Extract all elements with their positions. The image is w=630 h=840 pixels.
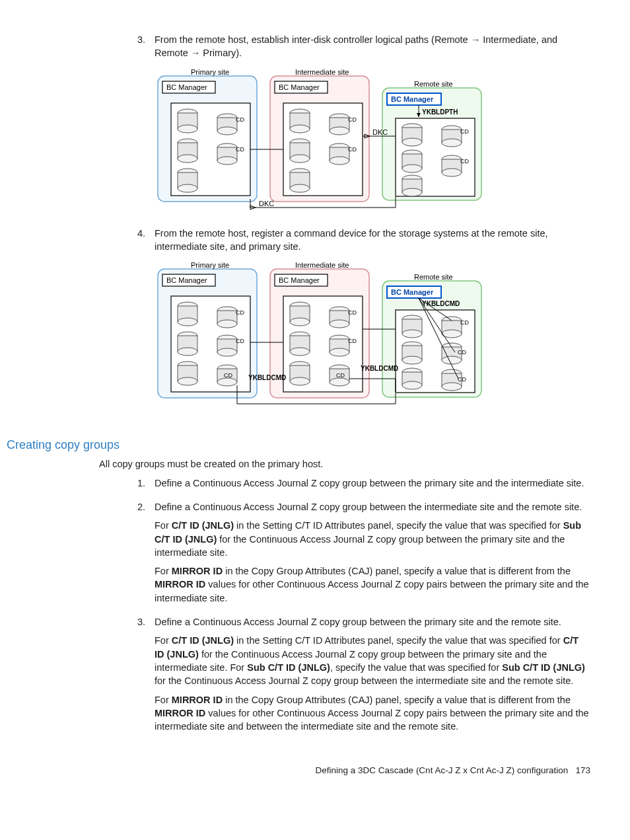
step-paragraph: For C/T ID (JNLG) in the Setting C/T ID … — [155, 519, 590, 559]
svg-text:CD: CD — [236, 338, 244, 344]
step-number: 2. — [125, 500, 155, 610]
svg-point-35 — [290, 125, 310, 133]
step-paragraph: For C/T ID (JNLG) in the Setting C/T ID … — [155, 634, 590, 687]
svg-text:Intermediate site: Intermediate site — [295, 261, 349, 269]
svg-text:CD: CD — [348, 338, 357, 344]
svg-text:CD: CD — [348, 309, 357, 316]
svg-point-48 — [330, 157, 349, 165]
svg-text:CD: CD — [458, 376, 466, 383]
footer-text: Defining a 3DC Cascade (Cnt Ac-J Z x Cnt… — [316, 765, 569, 775]
svg-point-18 — [178, 125, 197, 133]
step-number: 4. — [125, 227, 155, 422]
svg-text:YKBLDCMD: YKBLDCMD — [422, 300, 460, 307]
step-body: Define a Continuous Access Journal Z cop… — [155, 500, 590, 610]
svg-text:Remote site: Remote site — [414, 80, 453, 88]
diagram-svg: Primary site Intermediate site Remote si… — [155, 260, 498, 412]
page-footer: Defining a 3DC Cascade (Cnt Ac-J Z x Cnt… — [53, 765, 590, 777]
svg-text:Primary site: Primary site — [191, 261, 229, 269]
svg-point-134 — [402, 356, 422, 364]
svg-point-137 — [402, 381, 422, 389]
svg-text:CD: CD — [236, 309, 244, 316]
svg-point-116 — [290, 377, 310, 385]
svg-point-61 — [442, 139, 462, 147]
section-heading: Creating copy groups — [7, 437, 590, 453]
list-item: 2.Define a Continuous Access Journal Z c… — [125, 500, 590, 610]
svg-text:CD: CD — [460, 158, 469, 165]
svg-point-58 — [402, 188, 422, 196]
svg-point-119 — [330, 320, 349, 328]
step-number: 1. — [125, 477, 155, 495]
svg-point-102 — [217, 348, 237, 356]
section-body: All copy groups must be created on the p… — [125, 457, 590, 738]
svg-text:YKBLDPTH: YKBLDPTH — [422, 108, 458, 116]
svg-point-95 — [178, 377, 197, 385]
svg-text:CD: CD — [336, 372, 345, 379]
step-paragraph: For MIRROR ID in the Copy Group Attribut… — [155, 693, 590, 734]
step-body: Define a Continuous Access Journal Z cop… — [155, 615, 590, 738]
step-body: From the remote host, establish inter-di… — [155, 33, 590, 221]
step-paragraph: Define a Continuous Access Journal Z cop… — [155, 615, 590, 629]
svg-point-24 — [178, 184, 197, 192]
step-text: From the remote host, register a command… — [155, 227, 590, 254]
step-paragraph: For MIRROR ID in the Copy Group Attribut… — [155, 564, 590, 605]
svg-point-44 — [330, 127, 349, 135]
svg-point-98 — [217, 320, 237, 328]
svg-text:DKC: DKC — [259, 200, 274, 208]
step-paragraph: Define a Continuous Access Journal Z cop… — [155, 500, 590, 514]
svg-point-131 — [402, 330, 422, 338]
svg-point-148 — [442, 383, 462, 391]
list-item: 3.Define a Continuous Access Journal Z c… — [125, 615, 590, 738]
svg-point-123 — [330, 348, 349, 356]
svg-text:CD: CD — [236, 146, 244, 153]
svg-text:CD: CD — [460, 319, 469, 326]
svg-point-52 — [402, 138, 422, 146]
svg-text:BC Manager: BC Manager — [391, 95, 434, 103]
list-item: 1.Define a Continuous Access Journal Z c… — [125, 477, 590, 495]
svg-point-106 — [217, 378, 237, 386]
svg-point-27 — [217, 127, 237, 135]
diagram-command-device: Primary site Intermediate site Remote si… — [155, 260, 590, 412]
svg-text:DKC: DKC — [372, 128, 388, 136]
svg-text:Intermediate site: Intermediate site — [295, 68, 349, 76]
diagram-svg: Primary site Intermediate site Remote si… — [155, 67, 498, 212]
step-number: 3. — [125, 615, 155, 738]
step-body: Define a Continuous Access Journal Z cop… — [155, 477, 590, 495]
svg-point-31 — [217, 157, 237, 165]
svg-text:BC Manager: BC Manager — [166, 276, 207, 284]
svg-point-65 — [442, 169, 462, 176]
svg-text:BC Manager: BC Manager — [279, 83, 320, 91]
step-3: 3. From the remote host, establish inter… — [125, 33, 590, 221]
svg-text:BC Manager: BC Manager — [279, 276, 320, 284]
svg-text:Primary site: Primary site — [191, 68, 229, 76]
svg-text:YKBLDCMD: YKBLDCMD — [248, 374, 286, 381]
step-text: From the remote host, establish inter-di… — [155, 33, 590, 60]
step-4: 4. From the remote host, register a comm… — [125, 227, 590, 422]
svg-point-55 — [402, 165, 422, 172]
step-number: 3. — [125, 33, 155, 221]
svg-text:CD: CD — [460, 128, 469, 135]
svg-point-38 — [290, 155, 310, 163]
svg-point-21 — [178, 155, 197, 163]
svg-text:CD: CD — [236, 116, 244, 123]
upper-steps: 3. From the remote host, establish inter… — [125, 33, 590, 421]
svg-text:CD: CD — [348, 116, 357, 123]
svg-point-89 — [178, 318, 197, 326]
section-intro: All copy groups must be created on the p… — [99, 457, 590, 471]
svg-point-144 — [442, 356, 462, 364]
svg-point-127 — [330, 378, 349, 386]
step-body: From the remote host, register a command… — [155, 227, 590, 422]
svg-text:CD: CD — [224, 372, 232, 379]
page-number: 173 — [575, 765, 590, 775]
svg-text:CD: CD — [458, 349, 466, 356]
svg-text:YKBLDCMD: YKBLDCMD — [361, 365, 398, 372]
step-paragraph: Define a Continuous Access Journal Z cop… — [155, 477, 590, 490]
svg-point-41 — [290, 184, 310, 192]
svg-point-92 — [178, 348, 197, 356]
svg-text:BC Manager: BC Manager — [166, 83, 207, 91]
svg-text:CD: CD — [348, 146, 357, 153]
diagram-logical-paths: Primary site Intermediate site Remote si… — [155, 67, 590, 212]
svg-point-113 — [290, 348, 310, 356]
svg-text:BC Manager: BC Manager — [391, 288, 434, 296]
svg-text:Remote site: Remote site — [414, 273, 453, 281]
svg-point-110 — [290, 318, 310, 326]
